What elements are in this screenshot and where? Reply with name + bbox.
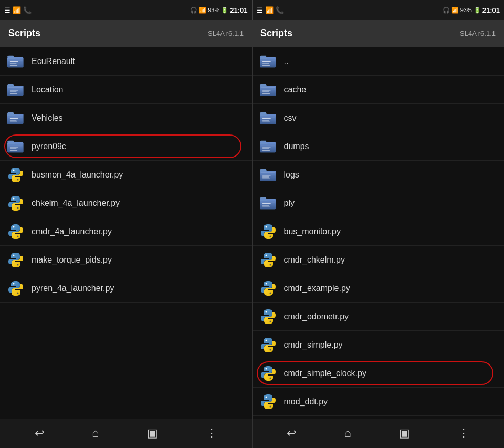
svg-rect-73 — [262, 150, 269, 151]
svg-rect-57 — [262, 93, 269, 94]
right-app-title: Scripts — [260, 28, 292, 39]
svg-rect-13 — [10, 90, 18, 91]
svg-rect-49 — [262, 65, 269, 66]
recents-button-left[interactable]: ▣ — [141, 424, 164, 442]
list-item[interactable]: cmdr_simple.py — [253, 331, 505, 359]
sim2-icon: ☰ — [257, 6, 263, 14]
list-item[interactable]: dumps — [253, 132, 505, 161]
status-bar: ☰ 📶 📞 🎧 📶 93% 🔋 21:01 ☰ 📶 📞 🎧 📶 93% 🔋 21… — [0, 0, 504, 20]
list-item[interactable]: cmdr_odometr.py — [253, 303, 505, 331]
svg-rect-64 — [262, 120, 269, 121]
list-item[interactable]: pyren09c — [0, 132, 252, 161]
list-item[interactable]: busmon_4a_launcher.py — [0, 161, 252, 189]
right-nav: ↩ ⌂ ▣ ⋮ — [253, 419, 505, 448]
svg-rect-87 — [262, 203, 270, 204]
back-button-right[interactable]: ↩ — [280, 424, 302, 442]
svg-rect-68 — [260, 143, 267, 144]
svg-rect-70 — [260, 145, 275, 146]
folder-icon — [259, 52, 278, 71]
battery-icon-left: 🔋 — [221, 7, 228, 14]
home-button-left[interactable]: ⌂ — [86, 424, 105, 442]
phone-icon: 📞 — [23, 6, 32, 14]
app-bars: Scripts SL4A r6.1.1 Scripts SL4A r6.1.1 — [0, 20, 504, 47]
folder-icon — [6, 80, 25, 99]
svg-point-99 — [269, 349, 271, 350]
folder-icon — [259, 109, 278, 128]
folder-icon — [6, 137, 25, 156]
python-icon — [259, 364, 278, 383]
signal-bars-right: 📶 — [452, 7, 459, 14]
folder-icon — [259, 194, 278, 213]
svg-rect-79 — [262, 175, 270, 176]
svg-rect-85 — [260, 201, 275, 201]
svg-point-34 — [13, 197, 15, 199]
svg-rect-30 — [10, 148, 17, 149]
sim-icon: ☰ — [4, 6, 10, 14]
svg-rect-56 — [262, 91, 269, 92]
list-item[interactable]: cache — [253, 76, 505, 104]
svg-point-93 — [269, 264, 271, 265]
svg-rect-28 — [8, 145, 23, 146]
home-button-right[interactable]: ⌂ — [338, 424, 357, 442]
list-item[interactable]: EcuRenault — [0, 47, 252, 76]
right-panel: .. cache — [253, 47, 505, 419]
main-content: EcuRenault Location — [0, 47, 504, 419]
list-item[interactable]: bus_monitor.py — [253, 217, 505, 246]
list-item[interactable]: cmdr_example.py — [253, 274, 505, 303]
list-item[interactable]: cmdr_simple_clock.py — [253, 359, 505, 388]
file-name-label: cmdr_4a_launcher.py — [32, 227, 246, 236]
right-status-right: 🎧 📶 93% 🔋 21:01 — [443, 6, 500, 14]
folder-icon — [259, 165, 278, 184]
svg-point-96 — [265, 311, 267, 312]
svg-rect-31 — [10, 150, 17, 151]
bt2-icon: 🎧 — [443, 7, 450, 14]
svg-rect-78 — [260, 174, 275, 174]
phone2-icon: 📞 — [276, 6, 284, 14]
recents-button-right[interactable]: ▣ — [393, 424, 416, 442]
list-item[interactable]: Vehicles — [0, 104, 252, 132]
list-item[interactable]: logs — [253, 161, 505, 189]
svg-rect-10 — [7, 86, 15, 87]
svg-rect-3 — [8, 59, 23, 59]
svg-point-102 — [265, 396, 267, 398]
python-icon — [6, 165, 25, 184]
list-item[interactable]: cmdr_4a_launcher.py — [0, 217, 252, 246]
svg-rect-5 — [10, 61, 18, 62]
folder-icon — [6, 52, 25, 71]
file-name-label: cmdr_odometr.py — [284, 312, 498, 321]
list-item[interactable]: mod_ddt.py — [253, 388, 505, 416]
svg-rect-11 — [8, 87, 23, 88]
list-item[interactable]: .. — [253, 47, 505, 76]
svg-point-37 — [17, 235, 19, 237]
svg-rect-53 — [260, 87, 275, 88]
python-icon — [259, 251, 278, 269]
list-item[interactable]: Location — [0, 76, 252, 104]
file-name-label: EcuRenault — [32, 57, 246, 66]
svg-rect-47 — [262, 61, 270, 62]
more-button-left[interactable]: ⋮ — [200, 424, 224, 442]
svg-rect-21 — [10, 118, 18, 119]
list-item[interactable]: ply — [253, 189, 505, 217]
list-item[interactable]: chkelm_4a_launcher.py — [0, 189, 252, 217]
svg-rect-81 — [262, 178, 269, 179]
left-status-right: 🎧 📶 93% 🔋 21:01 — [190, 6, 247, 14]
list-item[interactable]: cmdr_chkelm.py — [253, 246, 505, 274]
list-item[interactable]: csv — [253, 104, 505, 132]
svg-point-101 — [269, 377, 271, 379]
file-name-label: mod_ddt.py — [284, 397, 498, 407]
back-button-left[interactable]: ↩ — [28, 424, 50, 442]
file-name-label: cmdr_simple_clock.py — [284, 369, 498, 378]
list-item[interactable]: make_torque_pids.py — [0, 246, 252, 274]
svg-point-95 — [269, 292, 271, 294]
svg-rect-63 — [262, 118, 270, 119]
file-name-label: logs — [284, 170, 498, 180]
list-item[interactable]: pyren_4a_launcher.py — [0, 274, 252, 303]
svg-rect-46 — [260, 60, 275, 61]
file-name-label: cmdr_chkelm.py — [284, 255, 498, 265]
svg-rect-76 — [260, 171, 267, 172]
left-app-subtitle: SL4A r6.1.1 — [208, 29, 244, 37]
file-name-label: busmon_4a_launcher.py — [32, 170, 246, 180]
svg-rect-27 — [8, 144, 23, 144]
left-status: ☰ 📶 📞 🎧 📶 93% 🔋 21:01 — [0, 0, 252, 20]
more-button-right[interactable]: ⋮ — [452, 424, 476, 442]
